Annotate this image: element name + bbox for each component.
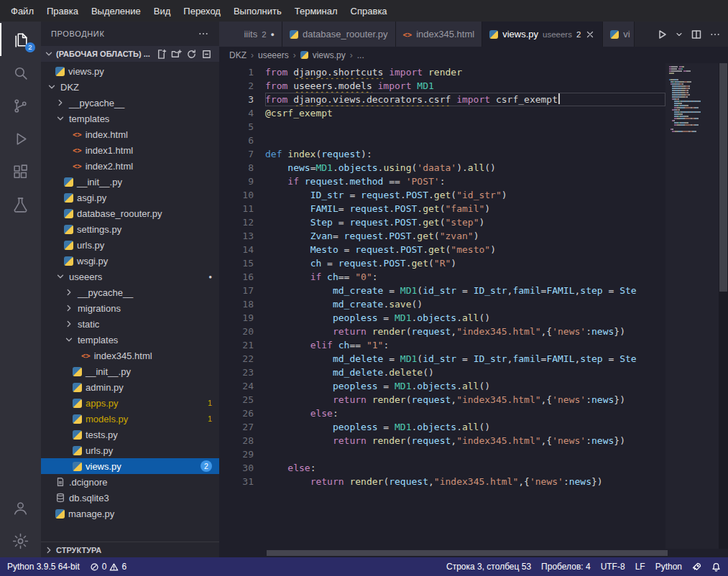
refresh-icon[interactable] bbox=[186, 49, 197, 60]
editor-more-actions[interactable] bbox=[709, 29, 721, 40]
close-icon[interactable] bbox=[585, 29, 595, 40]
line-content[interactable]: peopless = MD1.objects.all() bbox=[265, 311, 665, 325]
eol-setting[interactable]: LF bbox=[635, 562, 645, 572]
vertical-scrollbar[interactable] bbox=[719, 63, 728, 549]
cursor-position[interactable]: Строка 3, столбец 53 bbox=[446, 562, 531, 572]
tree-item-useeers[interactable]: useeers● bbox=[41, 269, 219, 284]
outline-section-header[interactable]: СТРУКТУРА bbox=[41, 542, 219, 557]
tree-item-__pycache__[interactable]: __pycache__ bbox=[41, 284, 219, 300]
menu-item[interactable]: Правка bbox=[40, 3, 85, 19]
run-button[interactable] bbox=[656, 29, 668, 40]
tree-item-index1.html[interactable]: <>index1.html bbox=[41, 142, 219, 158]
tab-iiits[interactable]: iiits2● bbox=[219, 22, 282, 47]
collapse-icon[interactable] bbox=[201, 49, 212, 60]
tree-item-manage.py[interactable]: manage.py bbox=[41, 506, 219, 521]
tree-item-tests.py[interactable]: tests.py bbox=[41, 427, 219, 442]
activity-settings[interactable] bbox=[0, 524, 41, 557]
line-content[interactable]: return render(request,"index345.html",{'… bbox=[265, 393, 665, 407]
line-content[interactable]: md_create = MD1(id_str = ID_str,famil=FA… bbox=[265, 284, 665, 297]
tree-item-urls.py[interactable]: urls.py bbox=[41, 442, 219, 458]
line-content[interactable]: else: bbox=[265, 461, 665, 475]
tree-item-models.py[interactable]: models.py1 bbox=[41, 411, 219, 427]
menu-item[interactable]: Выделение bbox=[85, 3, 147, 19]
menu-item[interactable]: Справка bbox=[344, 3, 394, 19]
menu-item[interactable]: Вид bbox=[147, 3, 178, 19]
line-content[interactable]: md_create.save() bbox=[265, 297, 665, 311]
tree-item-urls.py[interactable]: urls.py bbox=[41, 237, 219, 253]
tree-item-views.py[interactable]: views.py bbox=[41, 63, 219, 79]
menu-item[interactable]: Переход bbox=[177, 3, 227, 19]
breadcrumb-item[interactable]: useeers bbox=[258, 50, 289, 60]
more-actions-icon[interactable] bbox=[198, 28, 209, 40]
activity-testing[interactable] bbox=[0, 188, 41, 221]
new-folder-icon[interactable] bbox=[171, 49, 182, 60]
encoding-setting[interactable]: UTF-8 bbox=[601, 562, 625, 572]
tree-item-index2.html[interactable]: <>index2.html bbox=[41, 158, 219, 174]
tree-item-db.sqlite3[interactable]: db.sqlite3 bbox=[41, 490, 219, 506]
line-content[interactable]: news=MD1.objects.using('daata').all() bbox=[265, 161, 665, 175]
tree-item-.dcignore[interactable]: .dcignore bbox=[41, 474, 219, 490]
tree-item-__pycache__[interactable]: __pycache__ bbox=[41, 95, 219, 111]
line-content[interactable]: return render(request,"index345.html",{'… bbox=[265, 325, 665, 338]
line-content[interactable]: @csrf_exempt bbox=[265, 106, 665, 120]
tree-item-index.html[interactable]: <>index.html bbox=[41, 126, 219, 142]
tree-item-index345.html[interactable]: <>index345.html bbox=[41, 348, 219, 363]
activity-explorer[interactable]: 2 bbox=[0, 23, 41, 56]
language-mode[interactable]: Python bbox=[655, 562, 682, 572]
minimap[interactable] bbox=[665, 63, 719, 549]
vertical-scrollbar-thumb[interactable] bbox=[719, 63, 727, 292]
activity-source-control[interactable] bbox=[0, 89, 41, 122]
activity-accounts[interactable] bbox=[0, 491, 41, 524]
line-content[interactable]: ID_str = request.POST.get("id_str") bbox=[265, 188, 665, 202]
line-content[interactable]: Mesto = request.POST.get("mesto") bbox=[265, 243, 665, 256]
tree-item-database_roouter.py[interactable]: database_roouter.py bbox=[41, 205, 219, 221]
line-content[interactable]: FAMIL= request.POST.get("famil") bbox=[265, 202, 665, 215]
line-content[interactable]: return render(request,"index345.html",{'… bbox=[265, 475, 665, 488]
breadcrumb-item[interactable]: ... bbox=[357, 50, 364, 60]
problems-indicator[interactable]: 0 6 bbox=[90, 562, 126, 572]
line-content[interactable]: if ch== "0": bbox=[265, 270, 665, 284]
line-content[interactable]: def index(request): bbox=[265, 147, 665, 161]
tree-item-__init__.py[interactable]: __init__.py bbox=[41, 174, 219, 190]
tree-item-admin.py[interactable]: admin.py bbox=[41, 379, 219, 395]
line-content[interactable]: md_delete = MD1(id_str = ID_str,famil=FA… bbox=[265, 352, 665, 366]
notifications-bell-icon[interactable] bbox=[711, 562, 721, 572]
horizontal-scrollbar[interactable] bbox=[219, 549, 728, 557]
line-content[interactable]: elif ch== "1": bbox=[265, 338, 665, 352]
line-content[interactable]: if request.method == 'POST': bbox=[265, 175, 665, 188]
breadcrumb-item[interactable]: DKZ bbox=[229, 50, 246, 60]
activity-run-and-debug[interactable] bbox=[0, 122, 41, 155]
horizontal-scrollbar-thumb[interactable] bbox=[267, 550, 668, 556]
tree-item-static[interactable]: static bbox=[41, 316, 219, 332]
tab-vi[interactable]: vi bbox=[603, 22, 635, 47]
line-content[interactable]: from useeers.models import MD1 bbox=[265, 79, 665, 93]
tree-item-settings.py[interactable]: settings.py bbox=[41, 221, 219, 237]
line-content[interactable]: Step = request.POST.get("step") bbox=[265, 215, 665, 229]
tree-item-templates[interactable]: templates bbox=[41, 111, 219, 126]
tab-views.py[interactable]: views.pyuseeers2 bbox=[482, 22, 603, 47]
activity-extensions[interactable] bbox=[0, 155, 41, 188]
tree-item-apps.py[interactable]: apps.py1 bbox=[41, 395, 219, 411]
tree-item-wsgi.py[interactable]: wsgi.py bbox=[41, 253, 219, 269]
python-interpreter[interactable]: Python 3.9.5 64-bit bbox=[7, 562, 80, 572]
line-content[interactable]: from django.views.decorators.csrf import… bbox=[265, 93, 665, 106]
line-content[interactable]: peopless = MD1.objects.all() bbox=[265, 420, 665, 434]
tree-item-__init__.py[interactable]: __init__.py bbox=[41, 363, 219, 379]
breadcrumb[interactable]: DKZ›useeers›views.py›... bbox=[219, 47, 728, 63]
split-editor-button[interactable] bbox=[691, 29, 702, 40]
tree-item-views.py[interactable]: views.py2 bbox=[41, 458, 219, 474]
workspace-section-header[interactable]: (РАБОЧАЯ ОБЛАСТЬ) ... bbox=[41, 46, 219, 62]
line-content[interactable]: from django.shortcuts import render bbox=[265, 65, 665, 79]
indentation-setting[interactable]: Пробелов: 4 bbox=[541, 562, 591, 572]
line-content[interactable] bbox=[265, 120, 665, 134]
line-content[interactable]: Zvan= request.POST.get("zvan") bbox=[265, 229, 665, 243]
tree-item-asgi.py[interactable]: asgi.py bbox=[41, 190, 219, 205]
line-content[interactable]: else: bbox=[265, 407, 665, 420]
run-dropdown[interactable] bbox=[675, 30, 683, 39]
tree-item-DKZ[interactable]: DKZ bbox=[41, 79, 219, 95]
line-content[interactable]: peopless = MD1.objects.all() bbox=[265, 379, 665, 393]
activity-search[interactable] bbox=[0, 56, 41, 89]
tree-item-templates[interactable]: templates bbox=[41, 332, 219, 348]
line-content[interactable]: md_delete.delete() bbox=[265, 366, 665, 379]
line-content[interactable] bbox=[265, 134, 665, 147]
